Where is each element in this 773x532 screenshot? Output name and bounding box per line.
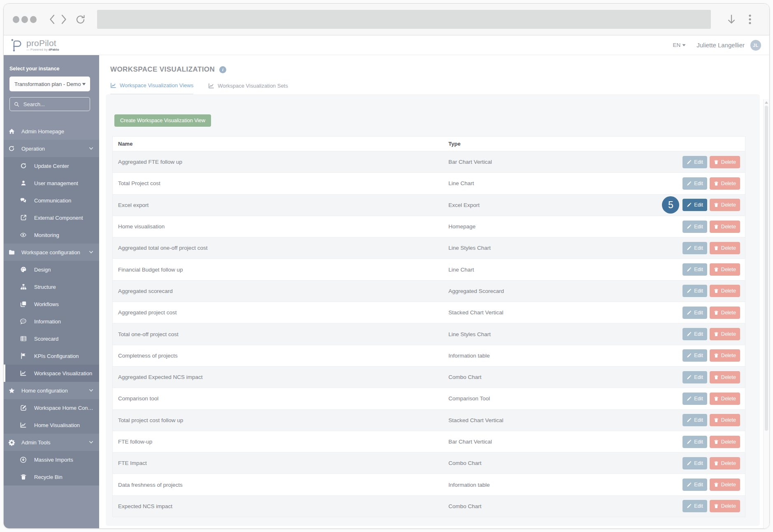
sidebar-item-external-component[interactable]: External Component — [4, 209, 99, 226]
scrollbar[interactable] — [763, 99, 769, 528]
edit-button[interactable]: Edit — [682, 199, 707, 211]
edit-button[interactable]: Edit — [682, 349, 707, 362]
sidebar-item-user-management[interactable]: User management — [4, 174, 99, 192]
edit-button[interactable]: Edit — [682, 156, 707, 168]
edit-button[interactable]: Edit — [682, 263, 707, 276]
sidebar-item-home-configuration[interactable]: Home configuration — [4, 382, 99, 399]
edit-button[interactable]: Edit — [682, 328, 707, 340]
edit-button[interactable]: Edit — [682, 457, 707, 469]
sidebar-item-workflows[interactable]: Workflows — [4, 295, 99, 313]
browser-reload-icon[interactable] — [75, 14, 86, 25]
cell-name: Aggregated scorecard — [113, 288, 448, 294]
edit-button[interactable]: Edit — [682, 221, 707, 233]
sidebar-item-design[interactable]: Design — [4, 261, 99, 278]
sidebar-item-label: Workspace configuration — [21, 249, 80, 256]
edit-button[interactable]: Edit — [682, 177, 707, 190]
delete-button[interactable]: Delete — [710, 285, 740, 297]
window-control-dot[interactable] — [13, 16, 19, 23]
delete-button[interactable]: Delete — [710, 263, 740, 276]
edit-button[interactable]: Edit — [682, 436, 707, 448]
sidebar-item-workspace-home-conf[interactable]: Workspace Home Conf... — [4, 399, 99, 416]
cell-type: Line Styles Chart — [448, 245, 667, 251]
delete-button[interactable]: Delete — [710, 349, 740, 362]
window-control-dot[interactable] — [30, 16, 37, 23]
window-control-dot[interactable] — [21, 16, 28, 23]
sidebar-item-workspace-configuration[interactable]: Workspace configuration — [4, 244, 99, 261]
chevron-down-icon — [89, 251, 93, 254]
edit-button[interactable]: Edit — [682, 285, 707, 297]
edit-button[interactable]: Edit — [682, 393, 707, 405]
home-icon — [8, 128, 15, 135]
edit-button[interactable]: Edit — [682, 242, 707, 254]
sidebar-item-label: Home configuration — [21, 388, 68, 394]
cell-name: Aggregated Expected NCS impact — [113, 374, 448, 380]
info-icon[interactable]: i — [219, 66, 226, 73]
delete-button[interactable]: Delete — [710, 177, 740, 190]
user-name[interactable]: Juliette Langellier — [696, 42, 745, 49]
table-row: Aggregated FTE follow upBar Chart Vertic… — [113, 151, 745, 172]
delete-button[interactable]: Delete — [710, 393, 740, 405]
table-row: Financial Budget follow upLine ChartEdit… — [113, 258, 745, 280]
sidebar-item-home-visualisation[interactable]: Home Visualisation — [4, 416, 99, 434]
create-workspace-visualization-view-button[interactable]: Create Workspace Visualization View — [114, 114, 211, 127]
scrollbar-thumb[interactable] — [765, 106, 768, 431]
downloadc-icon — [20, 456, 27, 463]
edit-button[interactable]: Edit — [682, 479, 707, 491]
cell-type: Stacked Chart Vertical — [448, 417, 667, 423]
app-logo[interactable]: proPilot — Powered by dFakto — [10, 38, 59, 53]
delete-button[interactable]: Delete — [710, 436, 740, 448]
browser-back-button[interactable] — [49, 14, 55, 25]
language-selector[interactable]: EN — [673, 42, 686, 48]
trash-icon — [714, 482, 719, 487]
instance-select[interactable]: Transformation plan - Demo — [9, 77, 90, 91]
sidebar-item-scorecard[interactable]: Scorecard — [4, 330, 99, 347]
sidebar-item-recycle-bin[interactable]: Recycle Bin — [4, 468, 99, 486]
delete-button[interactable]: Delete — [710, 156, 740, 168]
tab-workspace-visualization-sets[interactable]: Workspace Visualization Sets — [208, 82, 288, 94]
avatar[interactable]: JL — [750, 40, 761, 51]
pencil-icon — [687, 375, 692, 380]
sidebar-item-workspace-visualization[interactable]: Workspace Visualization — [4, 365, 99, 382]
cell-name: FTE Impact — [113, 460, 448, 466]
sidebar-item-monitoring[interactable]: Monitoring — [4, 226, 99, 244]
sidebar-item-update-center[interactable]: Update Center — [4, 157, 99, 174]
sidebar-item-operation[interactable]: Operation — [4, 140, 99, 157]
scrollbar-up-arrow[interactable] — [765, 101, 768, 104]
brand-name: proPilot — [26, 39, 59, 47]
table-row: Completness of projectsInformation table… — [113, 345, 745, 366]
comment-icon — [20, 318, 27, 325]
tab-workspace-visualization-views[interactable]: Workspace Visualization Views — [110, 82, 193, 94]
sidebar-item-structure[interactable]: Structure — [4, 278, 99, 295]
edit-button[interactable]: Edit — [682, 414, 707, 426]
sidebar-item-information[interactable]: Information — [4, 313, 99, 330]
sidebar-item-massive-imports[interactable]: Massive Imports — [4, 451, 99, 468]
cell-type: Bar Chart Vertical — [448, 159, 667, 165]
delete-button[interactable]: Delete — [710, 457, 740, 469]
download-icon[interactable] — [727, 14, 736, 25]
sidebar-item-communication[interactable]: Communication — [4, 192, 99, 209]
cell-actions: EditDelete — [667, 349, 745, 362]
delete-button[interactable]: Delete — [710, 242, 740, 254]
search-input[interactable] — [23, 101, 86, 108]
sidebar-item-kpis-configuration[interactable]: KPIs Configuration — [4, 347, 99, 365]
delete-button[interactable]: Delete — [710, 500, 740, 512]
delete-button[interactable]: Delete — [710, 328, 740, 340]
delete-button[interactable]: Delete — [710, 307, 740, 319]
browser-menu-icon[interactable] — [749, 14, 751, 25]
delete-button[interactable]: Delete — [710, 221, 740, 233]
address-bar[interactable] — [97, 10, 711, 29]
delete-button[interactable]: Delete — [710, 199, 740, 211]
browser-forward-button[interactable] — [61, 14, 67, 25]
sidebar-item-admin-tools[interactable]: Admin Tools — [4, 434, 99, 451]
sidebar-item-admin-homepage[interactable]: Admin Homepage — [4, 123, 99, 140]
edit-button[interactable]: Edit — [682, 371, 707, 383]
delete-button[interactable]: Delete — [710, 479, 740, 491]
edit-button[interactable]: Edit — [682, 500, 707, 512]
cell-type: Line Chart — [448, 180, 667, 186]
table-row: Data freshness of projectsInformation ta… — [113, 474, 745, 495]
cell-actions: EditDelete — [667, 328, 745, 340]
edit-button[interactable]: Edit — [682, 307, 707, 319]
delete-button[interactable]: Delete — [710, 371, 740, 383]
cell-actions: EditDelete — [667, 371, 745, 383]
delete-button[interactable]: Delete — [710, 414, 740, 426]
